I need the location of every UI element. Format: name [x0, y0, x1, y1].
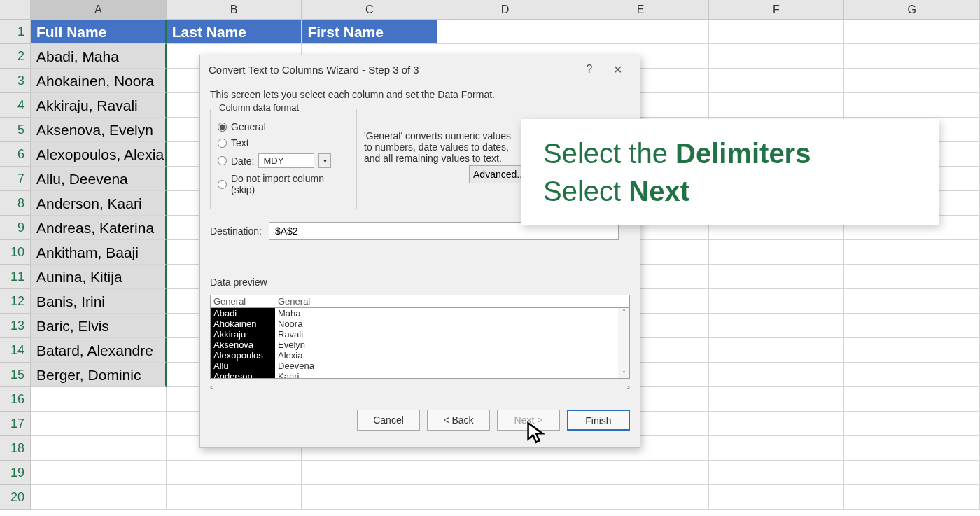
- cell[interactable]: [709, 44, 845, 69]
- row-header[interactable]: 15: [0, 363, 31, 387]
- cell[interactable]: [438, 20, 573, 44]
- cell[interactable]: [709, 338, 845, 363]
- row-header[interactable]: 19: [0, 461, 31, 485]
- row-header[interactable]: 7: [0, 167, 31, 191]
- cell[interactable]: [709, 436, 845, 461]
- cell[interactable]: [709, 265, 845, 289]
- cell[interactable]: Aksenova, Evelyn: [31, 118, 167, 142]
- row-header[interactable]: 13: [0, 314, 31, 338]
- cell[interactable]: Andreas, Katerina: [31, 216, 167, 240]
- cell[interactable]: Allu, Deevena: [31, 167, 167, 191]
- cell[interactable]: [302, 485, 438, 510]
- cell[interactable]: [709, 240, 845, 265]
- cell[interactable]: [573, 461, 709, 485]
- row-header[interactable]: 2: [0, 44, 31, 69]
- col-header-A[interactable]: A: [31, 0, 167, 20]
- row-header[interactable]: 16: [0, 387, 31, 412]
- preview-vscroll[interactable]: ˄˅: [618, 308, 629, 378]
- cell[interactable]: [844, 289, 980, 314]
- cell[interactable]: [844, 412, 980, 436]
- close-button[interactable]: ✕: [603, 63, 631, 76]
- cell[interactable]: [709, 20, 845, 44]
- cell[interactable]: Akkiraju, Ravali: [31, 93, 167, 118]
- radio-text[interactable]: Text: [218, 137, 349, 148]
- col-header-F[interactable]: F: [709, 0, 845, 20]
- cell[interactable]: [31, 485, 167, 510]
- col-header-D[interactable]: D: [438, 0, 573, 20]
- cell[interactable]: [438, 461, 573, 485]
- cell[interactable]: [31, 387, 167, 412]
- cell[interactable]: Anderson, Kaari: [31, 191, 167, 216]
- col-header-G[interactable]: G: [844, 0, 980, 20]
- cancel-button[interactable]: Cancel: [357, 410, 420, 431]
- cell[interactable]: [31, 461, 167, 485]
- cell[interactable]: [709, 461, 845, 485]
- row-header[interactable]: 18: [0, 436, 31, 461]
- cell[interactable]: [709, 289, 845, 314]
- row-header[interactable]: 9: [0, 216, 31, 240]
- cell[interactable]: [844, 314, 980, 338]
- row-header[interactable]: 1: [0, 20, 31, 44]
- cell[interactable]: Batard, Alexandre: [31, 338, 167, 363]
- cell[interactable]: Ankitham, Baaji: [31, 240, 167, 265]
- cell[interactable]: [844, 69, 980, 93]
- cell[interactable]: [844, 436, 980, 461]
- cell[interactable]: [167, 485, 302, 510]
- row-header[interactable]: 5: [0, 118, 31, 142]
- cell[interactable]: [844, 338, 980, 363]
- row-header[interactable]: 11: [0, 265, 31, 289]
- cell[interactable]: First Name: [302, 20, 438, 44]
- cell[interactable]: [844, 240, 980, 265]
- row-header[interactable]: 20: [0, 485, 31, 510]
- radio-skip[interactable]: Do not import column (skip): [218, 173, 349, 195]
- cell[interactable]: [167, 461, 302, 485]
- cell[interactable]: [844, 485, 980, 510]
- preview-hscroll[interactable]: <>: [210, 382, 630, 393]
- cell[interactable]: [709, 363, 845, 387]
- cell[interactable]: [438, 485, 573, 510]
- row-header[interactable]: 14: [0, 338, 31, 363]
- row-header[interactable]: 10: [0, 240, 31, 265]
- cell[interactable]: Berger, Dominic: [31, 363, 167, 387]
- cell[interactable]: [844, 20, 980, 44]
- cell[interactable]: [844, 461, 980, 485]
- cell[interactable]: [844, 93, 980, 118]
- radio-date[interactable]: Date: MDY▾: [218, 153, 349, 168]
- cell[interactable]: Alexopoulos, Alexia: [31, 142, 167, 167]
- cell[interactable]: [31, 412, 167, 436]
- cell[interactable]: Abadi, Maha: [31, 44, 167, 69]
- date-format-select[interactable]: MDY: [258, 153, 314, 168]
- row-header[interactable]: 6: [0, 142, 31, 167]
- next-button[interactable]: Next >: [497, 410, 560, 431]
- cell[interactable]: Aunina, Kitija: [31, 265, 167, 289]
- cell[interactable]: Banis, Irini: [31, 289, 167, 314]
- col-header-E[interactable]: E: [573, 0, 709, 20]
- cell[interactable]: Baric, Elvis: [31, 314, 167, 338]
- back-button[interactable]: < Back: [427, 410, 490, 431]
- chevron-down-icon[interactable]: ▾: [318, 153, 331, 168]
- row-header[interactable]: 8: [0, 191, 31, 216]
- cell[interactable]: Ahokainen, Noora: [31, 69, 167, 93]
- cell[interactable]: Full Name: [31, 20, 167, 44]
- cell[interactable]: [709, 412, 845, 436]
- cell[interactable]: [844, 44, 980, 69]
- finish-button[interactable]: Finish: [567, 410, 630, 431]
- cell[interactable]: [709, 387, 845, 412]
- radio-general[interactable]: General: [218, 121, 349, 132]
- row-header[interactable]: 3: [0, 69, 31, 93]
- cell[interactable]: Last Name: [167, 20, 302, 44]
- row-header[interactable]: 4: [0, 93, 31, 118]
- corner-cell[interactable]: [0, 0, 31, 20]
- cell[interactable]: [709, 69, 845, 93]
- cell[interactable]: [709, 314, 845, 338]
- cell[interactable]: [844, 363, 980, 387]
- cell[interactable]: [573, 20, 709, 44]
- help-button[interactable]: ?: [575, 63, 603, 76]
- cell[interactable]: [844, 265, 980, 289]
- col-header-C[interactable]: C: [302, 0, 438, 20]
- cell[interactable]: [573, 485, 709, 510]
- cell[interactable]: [31, 436, 167, 461]
- cell[interactable]: [709, 93, 845, 118]
- row-header[interactable]: 17: [0, 412, 31, 436]
- cell[interactable]: [844, 387, 980, 412]
